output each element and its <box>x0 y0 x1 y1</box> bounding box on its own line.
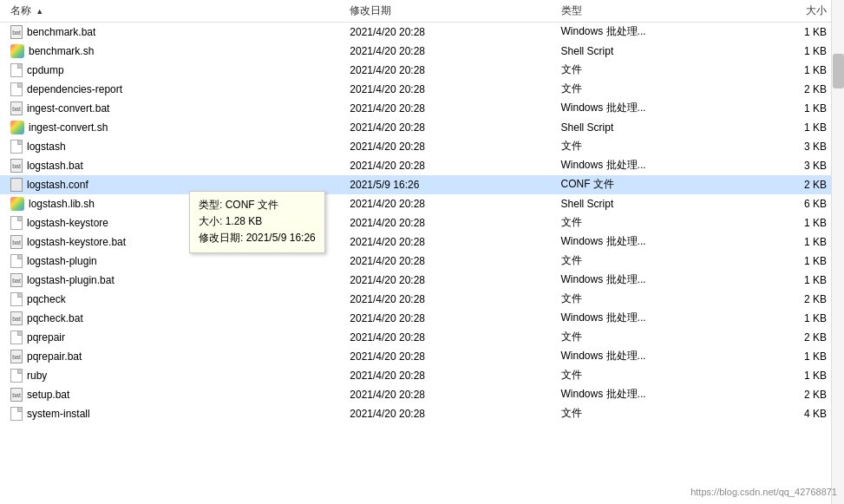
file-name-cell: logstash-plugin <box>0 252 343 271</box>
file-type-cell: Shell Script <box>554 194 739 213</box>
table-row[interactable]: system-install2021/4/20 20:28文件4 KB <box>0 404 844 423</box>
table-row[interactable]: cpdump2021/4/20 20:28文件1 KB <box>0 61 844 80</box>
file-modified-cell: 2021/4/20 20:28 <box>343 404 553 423</box>
column-header-modified[interactable]: 修改日期 <box>343 0 553 23</box>
file-type-cell: Windows 批处理... <box>554 23 739 42</box>
table-row[interactable]: batlogstash-plugin.bat2021/4/20 20:28Win… <box>0 271 844 290</box>
table-row[interactable]: batpqrepair.bat2021/4/20 20:28Windows 批处… <box>0 347 844 366</box>
file-size-cell: 1 KB <box>738 347 844 366</box>
column-header-size[interactable]: 大小 <box>738 0 844 23</box>
file-name-label: logstash.lib.sh <box>29 198 95 210</box>
table-row[interactable]: batlogstash-keystore.bat2021/4/20 20:28W… <box>0 232 844 252</box>
file-modified-cell: 2021/4/20 20:28 <box>343 42 553 61</box>
column-header-type[interactable]: 类型 <box>554 0 739 23</box>
file-modified-cell: 2021/4/20 20:28 <box>343 80 553 99</box>
table-header-row: 名称 ▲ 修改日期 类型 大小 <box>0 0 844 23</box>
table-row[interactable]: logstash.lib.sh2021/4/20 20:28Shell Scri… <box>0 194 844 213</box>
file-name-cell: batingest-convert.bat <box>0 99 343 118</box>
file-type-cell: Windows 批处理... <box>554 271 739 290</box>
file-type-cell: Windows 批处理... <box>554 347 739 366</box>
table-row[interactable]: pqrepair2021/4/20 20:28文件2 KB <box>0 328 844 347</box>
file-size-cell: 3 KB <box>738 137 844 156</box>
file-name-label: pqcheck <box>27 293 66 305</box>
file-list-table: 名称 ▲ 修改日期 类型 大小 batbenchmark.bat2021/4/2… <box>0 0 844 423</box>
column-header-name[interactable]: 名称 ▲ <box>0 0 343 23</box>
table-row[interactable]: batlogstash.bat2021/4/20 20:28Windows 批处… <box>0 156 844 175</box>
tooltip-type-row: 类型: CONF 文件 <box>199 197 316 213</box>
table-row[interactable]: benchmark.sh2021/4/20 20:28Shell Script1… <box>0 42 844 61</box>
file-modified-cell: 2021/4/20 20:28 <box>343 118 553 137</box>
file-modified-cell: 2021/4/20 20:28 <box>343 290 553 309</box>
file-name-label: ruby <box>27 370 47 382</box>
file-explorer-container: 名称 ▲ 修改日期 类型 大小 batbenchmark.bat2021/4/2… <box>0 0 844 504</box>
file-name-label: benchmark.bat <box>27 26 95 38</box>
file-size-cell: 1 KB <box>738 252 844 271</box>
file-name-label: logstash <box>27 141 66 153</box>
file-name-label: logstash-keystore <box>27 217 108 229</box>
file-size-cell: 2 KB <box>738 80 844 99</box>
file-modified-cell: 2021/4/20 20:28 <box>343 385 553 404</box>
file-modified-cell: 2021/4/20 20:28 <box>343 252 553 271</box>
table-row[interactable]: logstash2021/4/20 20:28文件3 KB <box>0 137 844 156</box>
file-size-cell: 3 KB <box>738 156 844 175</box>
file-name-label: logstash.conf <box>27 179 88 191</box>
file-type-cell: 文件 <box>554 80 739 99</box>
file-modified-cell: 2021/4/20 20:28 <box>343 232 553 252</box>
table-row[interactable]: ingest-convert.sh2021/4/20 20:28Shell Sc… <box>0 118 844 137</box>
file-name-cell: ingest-convert.sh <box>0 118 343 137</box>
file-modified-cell: 2021/4/20 20:28 <box>343 271 553 290</box>
file-name-cell: dependencies-report <box>0 80 343 99</box>
file-size-cell: 1 KB <box>738 99 844 118</box>
file-modified-cell: 2021/4/20 20:28 <box>343 328 553 347</box>
table-row[interactable]: pqcheck2021/4/20 20:28文件2 KB <box>0 290 844 309</box>
file-type-cell: 文件 <box>554 213 739 232</box>
tooltip-size-row: 大小: 1.28 KB <box>199 213 316 230</box>
file-modified-cell: 2021/5/9 16:26 <box>343 175 553 194</box>
file-type-cell: Windows 批处理... <box>554 232 739 252</box>
file-modified-cell: 2021/4/20 20:28 <box>343 61 553 80</box>
file-name-label: dependencies-report <box>27 83 122 95</box>
file-name-cell: batpqrepair.bat <box>0 347 343 366</box>
file-size-cell: 2 KB <box>738 328 844 347</box>
file-type-cell: CONF 文件 <box>554 175 739 194</box>
table-row[interactable]: logstash-keystore2021/4/20 20:28文件1 KB <box>0 213 844 232</box>
file-name-cell: batpqcheck.bat <box>0 309 343 328</box>
file-name-label: logstash.bat <box>27 160 83 172</box>
table-row[interactable]: ruby2021/4/20 20:28文件1 KB <box>0 366 844 385</box>
file-type-cell: 文件 <box>554 137 739 156</box>
table-row[interactable]: batsetup.bat2021/4/20 20:28Windows 批处理..… <box>0 385 844 404</box>
file-size-cell: 1 KB <box>738 309 844 328</box>
file-size-cell: 1 KB <box>738 366 844 385</box>
file-name-label: benchmark.sh <box>29 45 94 57</box>
table-row[interactable]: batingest-convert.bat2021/4/20 20:28Wind… <box>0 99 844 118</box>
file-modified-cell: 2021/4/20 20:28 <box>343 309 553 328</box>
file-type-cell: Shell Script <box>554 42 739 61</box>
table-row[interactable]: logstash-plugin2021/4/20 20:28文件1 KB <box>0 252 844 271</box>
tooltip-date-row: 修改日期: 2021/5/9 16:26 <box>199 230 316 246</box>
file-size-cell: 2 KB <box>738 290 844 309</box>
file-type-cell: Windows 批处理... <box>554 99 739 118</box>
file-size-cell: 2 KB <box>738 175 844 194</box>
file-size-cell: 1 KB <box>738 42 844 61</box>
scrollbar-thumb[interactable] <box>833 54 844 88</box>
table-row[interactable]: logstash.conf2021/5/9 16:26CONF 文件2 KB <box>0 175 844 194</box>
vertical-scrollbar[interactable] <box>831 0 844 504</box>
sort-arrow-icon: ▲ <box>36 7 43 16</box>
table-row[interactable]: batbenchmark.bat2021/4/20 20:28Windows 批… <box>0 23 844 42</box>
file-name-label: pqrepair <box>27 331 65 344</box>
file-name-label: logstash-plugin <box>27 255 97 267</box>
file-type-cell: 文件 <box>554 252 739 271</box>
file-name-cell: batlogstash.bat <box>0 156 343 175</box>
file-modified-cell: 2021/4/20 20:28 <box>343 366 553 385</box>
file-modified-cell: 2021/4/20 20:28 <box>343 347 553 366</box>
watermark: https://blog.csdn.net/qq_42768871 <box>690 487 837 497</box>
file-type-cell: Windows 批处理... <box>554 309 739 328</box>
file-name-label: logstash-plugin.bat <box>27 274 114 286</box>
table-row[interactable]: dependencies-report2021/4/20 20:28文件2 KB <box>0 80 844 99</box>
table-row[interactable]: batpqcheck.bat2021/4/20 20:28Windows 批处理… <box>0 309 844 328</box>
file-name-cell: batbenchmark.bat <box>0 23 343 42</box>
file-type-cell: 文件 <box>554 290 739 309</box>
file-type-cell: Shell Script <box>554 118 739 137</box>
file-name-cell: batsetup.bat <box>0 385 343 404</box>
file-tooltip: 类型: CONF 文件 大小: 1.28 KB 修改日期: 2021/5/9 1… <box>189 191 325 253</box>
